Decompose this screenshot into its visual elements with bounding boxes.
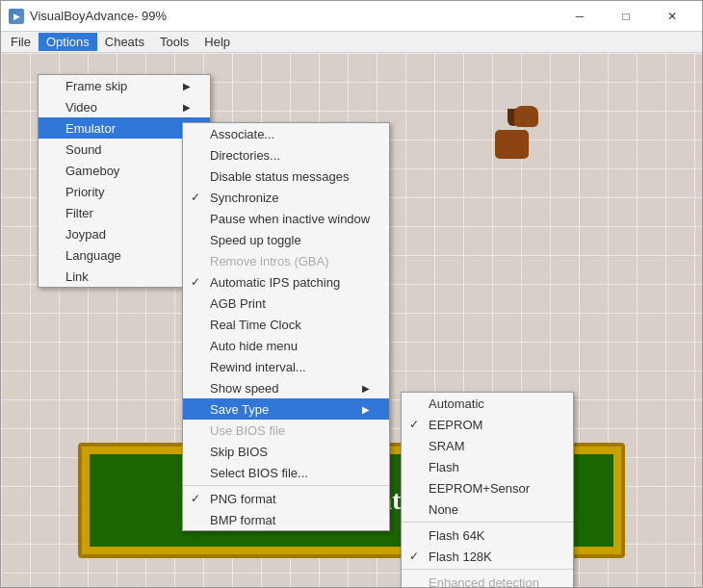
arrow-save-type: ▶ xyxy=(343,404,370,415)
label-priority: Priority xyxy=(65,185,104,199)
label-rtc: Real Time Clock xyxy=(210,318,301,332)
label-filter: Filter xyxy=(65,206,93,220)
menu-item-bmp-format[interactable]: BMP format xyxy=(183,509,389,530)
label-language: Language xyxy=(65,248,121,263)
label-flash128: Flash 128K xyxy=(429,550,492,564)
label-auto-ips: Automatic IPS patching xyxy=(210,275,340,290)
label-directories: Directories... xyxy=(210,148,280,163)
app-icon: ▶ xyxy=(9,9,24,24)
menu-item-rtc[interactable]: Real Time Clock xyxy=(183,314,389,335)
menu-item-select-bios[interactable]: Select BIOS file... xyxy=(183,462,389,483)
menu-item-auto-ips[interactable]: ✓ Automatic IPS patching xyxy=(183,271,389,293)
label-agb-print: AGB Print xyxy=(210,296,266,311)
menu-item-synchronize[interactable]: ✓ Synchronize xyxy=(183,187,389,208)
content-area: rnament Frame skip ▶ xyxy=(1,53,702,587)
arrow-frame-skip: ▶ xyxy=(164,81,191,91)
dog-body xyxy=(495,130,529,159)
label-frame-skip: Frame skip xyxy=(65,79,127,93)
sprite-area xyxy=(490,101,548,178)
app-window: ▶ VisualBoyAdvance- 99% ─ □ ✕ File Optio… xyxy=(0,0,703,588)
menu-cheats[interactable]: Cheats xyxy=(97,33,152,51)
label-sram: SRAM xyxy=(429,439,465,453)
menu-help[interactable]: Help xyxy=(196,33,238,51)
label-eeprom: EEPROM xyxy=(429,418,482,432)
label-gameboy: Gameboy xyxy=(65,164,119,178)
arrow-video: ▶ xyxy=(164,102,191,113)
save-type-menu: Automatic ✓ EEPROM SRAM Flash EEPROM+Sen… xyxy=(401,392,574,587)
menu-item-pause-inactive[interactable]: Pause when inactive window xyxy=(183,208,389,229)
label-disable-status: Disable status messages xyxy=(210,169,350,184)
menu-item-auto-hide[interactable]: Auto hide menu xyxy=(183,335,389,356)
label-eeprom-sensor: EEPROM+Sensor xyxy=(429,481,530,496)
label-bmp-format: BMP format xyxy=(210,513,275,527)
label-show-speed: Show speed xyxy=(210,381,279,396)
label-emulator: Emulator xyxy=(65,121,116,136)
menu-item-disable-status[interactable]: Disable status messages xyxy=(183,166,389,187)
menu-item-skip-bios[interactable]: Skip BIOS xyxy=(183,441,389,462)
label-skip-bios: Skip BIOS xyxy=(210,445,268,459)
label-speed-up-toggle: Speed up toggle xyxy=(210,233,301,247)
menu-item-rewind[interactable]: Rewind interval... xyxy=(183,356,389,377)
close-button[interactable]: ✕ xyxy=(650,1,694,32)
label-link: Link xyxy=(65,269,89,284)
dog-head xyxy=(514,106,538,127)
label-joypad: Joypad xyxy=(65,227,106,242)
window-title: VisualBoyAdvance- 99% xyxy=(30,9,558,23)
label-synchronize: Synchronize xyxy=(210,191,279,205)
titlebar: ▶ VisualBoyAdvance- 99% ─ □ ✕ xyxy=(1,1,702,32)
label-pause-inactive: Pause when inactive window xyxy=(210,212,370,226)
menu-item-frame-skip[interactable]: Frame skip ▶ xyxy=(39,75,210,96)
label-sound: Sound xyxy=(65,142,102,157)
check-auto-ips: ✓ xyxy=(191,275,200,289)
menu-item-save-type[interactable]: Save Type ▶ xyxy=(183,398,389,420)
label-none: None xyxy=(429,502,458,517)
label-auto-hide: Auto hide menu xyxy=(210,339,298,353)
label-associate: Associate... xyxy=(210,127,274,141)
menu-tools[interactable]: Tools xyxy=(152,33,196,51)
menu-item-remove-intros[interactable]: Remove intros (GBA) xyxy=(183,250,389,271)
menu-item-use-bios[interactable]: Use BIOS file xyxy=(183,420,389,441)
menu-options[interactable]: Options xyxy=(39,33,97,51)
check-png-format: ✓ xyxy=(191,492,200,505)
arrow-show-speed: ▶ xyxy=(343,383,370,394)
menu-item-sram[interactable]: SRAM xyxy=(402,435,573,456)
label-rewind: Rewind interval... xyxy=(210,360,306,374)
minimize-button[interactable]: ─ xyxy=(558,1,602,32)
menu-item-agb-print[interactable]: AGB Print xyxy=(183,293,389,314)
label-automatic: Automatic xyxy=(429,396,484,411)
titlebar-buttons: ─ □ ✕ xyxy=(558,1,694,32)
check-eeprom: ✓ xyxy=(409,418,419,431)
separator-flash xyxy=(402,522,573,523)
menu-item-show-speed[interactable]: Show speed ▶ xyxy=(183,377,389,398)
menu-item-flash128[interactable]: ✓ Flash 128K xyxy=(402,546,573,567)
label-save-type: Save Type xyxy=(210,402,269,417)
emulator-menu: Associate... Directories... Disable stat… xyxy=(182,122,390,531)
check-flash128: ✓ xyxy=(409,550,419,563)
label-png-format: PNG format xyxy=(210,492,276,506)
label-enhanced-detection: Enhanced detection xyxy=(429,575,539,588)
menu-item-eeprom-sensor[interactable]: EEPROM+Sensor xyxy=(402,477,573,499)
menu-item-automatic[interactable]: Automatic xyxy=(402,393,573,414)
label-flash64: Flash 64K xyxy=(429,528,485,543)
menu-item-png-format[interactable]: ✓ PNG format xyxy=(183,488,389,509)
menu-item-none[interactable]: None xyxy=(402,499,573,520)
menu-item-associate[interactable]: Associate... xyxy=(183,123,389,144)
menu-file[interactable]: File xyxy=(3,33,39,51)
dog-sprite xyxy=(490,101,538,159)
separator-enhanced xyxy=(402,569,573,570)
label-select-bios: Select BIOS file... xyxy=(210,466,308,480)
label-remove-intros: Remove intros (GBA) xyxy=(210,254,329,268)
menu-item-flash64[interactable]: Flash 64K xyxy=(402,524,573,546)
menu-item-flash[interactable]: Flash xyxy=(402,456,573,477)
label-video: Video xyxy=(65,100,97,115)
menu-item-directories[interactable]: Directories... xyxy=(183,144,389,166)
menu-item-video[interactable]: Video ▶ xyxy=(39,96,210,117)
label-flash: Flash xyxy=(429,460,459,474)
menubar: File Options Cheats Tools Help xyxy=(1,32,702,53)
check-synchronize: ✓ xyxy=(191,191,200,204)
menu-item-enhanced-detection[interactable]: Enhanced detection xyxy=(402,572,573,587)
maximize-button[interactable]: □ xyxy=(604,1,648,32)
separator-bios xyxy=(183,485,389,486)
menu-item-speed-up-toggle[interactable]: Speed up toggle xyxy=(183,229,389,250)
menu-item-eeprom[interactable]: ✓ EEPROM xyxy=(402,414,573,435)
